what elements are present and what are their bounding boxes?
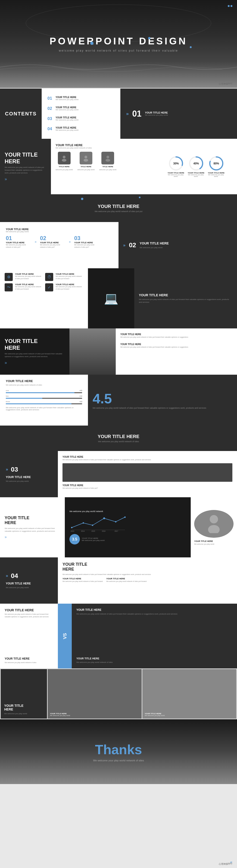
contents-label: CONTENTS xyxy=(0,89,42,139)
s10-right: YOUR TITLE HERE We welcome you play worl… xyxy=(58,451,237,497)
stat-40-sub: We welcome you play world xyxy=(188,174,204,177)
steps-arrow: » xyxy=(123,243,125,248)
team-section-title: YOUR TITLE HERE xyxy=(56,144,158,147)
timeline-sub: We welcome you play world network of sit… xyxy=(5,527,60,533)
steps-right-sub: We welcome you play world xyxy=(140,246,169,249)
contents-list: 01 YOUR TITLE HERE We welcome you play w… xyxy=(42,89,120,139)
svg-point-18 xyxy=(103,517,105,519)
photo-grid-sub: We welcome you play world xyxy=(4,712,43,715)
banner-1-sub: We welcome you play world network of sit… xyxy=(95,210,142,213)
step-arrow-2: » xyxy=(69,240,71,244)
s12-items: YOUR TITLE HERE We welcome you play worl… xyxy=(62,578,232,582)
svg-text:30%: 30% xyxy=(173,162,179,165)
feature-1-icon: ⚙ xyxy=(5,273,13,281)
svg-point-15 xyxy=(71,527,72,528)
landscape-item-2-title: YOUR TITLE HERE xyxy=(120,343,232,345)
photo-1-title: YOUR TITLE HERE xyxy=(50,713,139,715)
step-2-num: 02 xyxy=(40,235,65,242)
steps-left: YOUR TITLE HERE We welcome you play worl… xyxy=(0,222,119,268)
hero-dot-2 xyxy=(148,37,150,39)
progress-left: YOUR TITLE HERE We welcome you play worl… xyxy=(0,375,88,426)
s12-item-1-sub: We welcome you play world network of sit… xyxy=(62,581,103,582)
bar-1-fill xyxy=(6,392,75,393)
vs-label: VS xyxy=(62,633,67,639)
vs-right-top: YOUR TITLE HERE We welcome you play worl… xyxy=(77,608,232,615)
team-people-section: YOUR TITLE HERE We welcome you play worl… xyxy=(51,139,163,194)
slide-progress: YOUR TITLE HERE We welcome you play worl… xyxy=(0,375,237,426)
feature-3-icon: 〜 xyxy=(5,283,13,291)
vs-title-1: YOUR TITLE HERE xyxy=(5,608,53,612)
s10-arrow: » xyxy=(6,467,8,472)
vs-sub-1: We welcome you play world network of sit… xyxy=(5,613,53,618)
step-1: 01 YOUR TITLE HERE We welcome you play w… xyxy=(6,235,31,248)
s12-item-2-title: YOUR TITLE HERE xyxy=(106,578,147,580)
bar-3-label: three xyxy=(6,401,10,403)
s10-title: YOUR TITLE HERE xyxy=(6,475,52,479)
landscape-item-1-sub: We welcome you play world network of sit… xyxy=(120,336,232,338)
slide-dark-banner-1: YOUR TITLE HERE We welcome you play worl… xyxy=(0,194,237,222)
s12-item-1: YOUR TITLE HERE We welcome you play worl… xyxy=(62,578,103,582)
stat-80: 80% YOUR TITLE HERE We welcome you play … xyxy=(208,156,225,177)
step-1-sub: We welcome you play world network of sit… xyxy=(6,244,31,248)
s10-item-2-title: YOUR TITLE HERE xyxy=(62,484,232,487)
progress-sub: We welcome you play world network of sit… xyxy=(6,384,82,386)
svg-text:2015: 2015 xyxy=(91,530,95,532)
vs-right: YOUR TITLE HERE We welcome you play worl… xyxy=(72,603,237,669)
thanks-title-wrap: Thanks xyxy=(95,742,142,757)
ci-title-2: YOUR TITLE HERE xyxy=(56,106,79,109)
features-right-title: YOUR TITLE HERE xyxy=(139,293,232,297)
svg-text:2016: 2016 xyxy=(102,530,106,532)
contents-text: CONTENTS xyxy=(5,111,36,117)
svg-point-19 xyxy=(115,521,116,523)
vs-right-title-1: YOUR TITLE HERE xyxy=(77,608,232,612)
feature-3: 〜 YOUR TITLE HERE We welcome you play wo… xyxy=(5,283,43,291)
vs-right-sub-1: We welcome you play world network of sit… xyxy=(77,613,232,615)
person-2-role: welcome you play world xyxy=(77,169,94,170)
s12-sub: We welcome you play world xyxy=(6,586,52,589)
s10-photo xyxy=(62,463,232,482)
person-photo xyxy=(194,510,234,538)
svg-point-0 xyxy=(63,156,65,158)
ci-num-3: 03 xyxy=(48,116,53,121)
thanks-sub: We welcome your play world network of si… xyxy=(93,759,144,762)
person-2-name: TITLE HERE xyxy=(81,165,91,168)
stat-80-title: YOUR TITLE HERE xyxy=(208,172,225,174)
thanks-t: Thanks xyxy=(95,742,142,757)
step-3: 03 YOUR TITLE HERE We welcome you play w… xyxy=(74,235,100,248)
landscape-right: YOUR TITLE HERE We welcome you play worl… xyxy=(116,329,237,375)
s12-item-2-sub: We welcome you play world network of sit… xyxy=(106,581,147,582)
s10-sub: We welcome you play world xyxy=(6,480,52,483)
stat-30: 30% YOUR TITLE HERE We welcome you play … xyxy=(168,156,184,177)
step-2-sub: We welcome you play world network of sit… xyxy=(40,244,65,248)
bar-3: three 4.3 xyxy=(6,401,82,404)
features-left: ⚙ YOUR TITLE HERE We welcome you play wo… xyxy=(0,268,88,329)
brand-tag: 心理神探PPT xyxy=(219,82,232,86)
thanks-letter-t: T xyxy=(95,742,103,757)
featured-arrow: » xyxy=(126,111,129,116)
progress-title: YOUR TITLE HERE xyxy=(6,379,82,383)
vs-right-sub-2: We welcome you play world network of sit… xyxy=(77,661,232,664)
steps-num: 02 xyxy=(129,242,136,249)
ci-sub-2: We welcome you play world xyxy=(56,109,79,111)
avatar-1 xyxy=(58,152,70,164)
stat-30-title: YOUR TITLE HERE xyxy=(168,172,184,174)
feature-1-sub: We welcome you play world network of sit… xyxy=(15,275,43,280)
laptop-icon: 💻 xyxy=(104,292,118,305)
features-grid: ⚙ YOUR TITLE HERE We welcome you play wo… xyxy=(5,273,83,291)
s12-right-sub: We welcome you play world network of sit… xyxy=(62,574,232,575)
timeline-right-title: YOUR TITLE HERE xyxy=(194,540,234,542)
big-num-sub: We welcome you play world network of sit… xyxy=(93,407,232,410)
ci-num-2: 02 xyxy=(48,106,53,111)
s10-item-2-sub: We welcome you play world network of sit… xyxy=(62,487,232,489)
person-1-role: welcome you play world xyxy=(56,169,73,170)
timeline-right-sub: We welcome you play world xyxy=(194,543,234,545)
contents-item-4: 04 YOUR TITLE HERE We welcome you play w… xyxy=(48,126,115,131)
ci-title-1: YOUR TITLE HERE xyxy=(56,96,79,98)
ci-title-3: YOUR TITLE HERE xyxy=(56,116,79,119)
stat-80-sub: We welcome you play world xyxy=(208,174,224,177)
timeline-right: YOUR TITLE HERE We welcome you play worl… xyxy=(191,497,237,557)
bar-1: one 4.5 xyxy=(6,390,82,393)
bar-2-fill xyxy=(6,398,42,399)
person-3-name: TITLE HERE xyxy=(102,165,113,168)
timeline-title: YOUR TITLEHERE xyxy=(5,516,60,525)
